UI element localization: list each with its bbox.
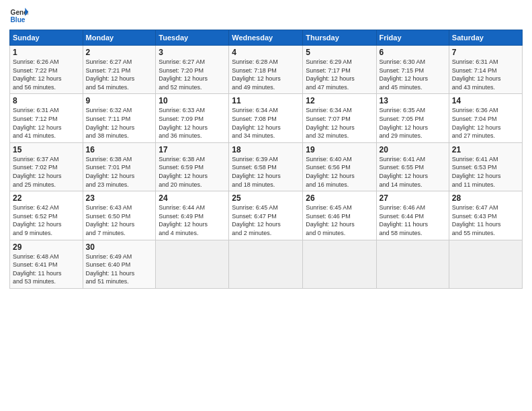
calendar-cell: 15Sunrise: 6:37 AM Sunset: 7:02 PM Dayli… — [10, 142, 83, 191]
calendar-cell: 14Sunrise: 6:36 AM Sunset: 7:04 PM Dayli… — [449, 94, 522, 142]
calendar-cell: 4Sunrise: 6:28 AM Sunset: 7:18 PM Daylig… — [229, 46, 303, 94]
day-number: 7 — [452, 48, 519, 57]
calendar-cell: 17Sunrise: 6:38 AM Sunset: 6:59 PM Dayli… — [156, 142, 229, 191]
day-number: 20 — [380, 145, 446, 154]
day-number: 29 — [13, 242, 80, 252]
column-header-sunday: Sunday — [10, 30, 83, 46]
day-info: Sunrise: 6:39 AM Sunset: 6:58 PM Dayligh… — [232, 155, 300, 189]
column-header-friday: Friday — [376, 30, 449, 46]
svg-text:Blue: Blue — [11, 16, 26, 24]
logo-icon: General Blue — [9, 7, 28, 26]
calendar-cell: 8Sunrise: 6:31 AM Sunset: 7:12 PM Daylig… — [10, 94, 83, 142]
page-container: General Blue SundayMondayTuesdayWednesda… — [0, 0, 532, 294]
calendar-week-2: 8Sunrise: 6:31 AM Sunset: 7:12 PM Daylig… — [10, 94, 523, 142]
calendar-week-5: 29Sunrise: 6:48 AM Sunset: 6:41 PM Dayli… — [10, 240, 523, 288]
day-number: 5 — [306, 48, 373, 57]
calendar-cell: 18Sunrise: 6:39 AM Sunset: 6:58 PM Dayli… — [229, 142, 303, 191]
day-number: 25 — [232, 193, 300, 203]
day-number: 22 — [13, 193, 80, 203]
day-info: Sunrise: 6:34 AM Sunset: 7:08 PM Dayligh… — [232, 106, 300, 140]
calendar-cell: 30Sunrise: 6:49 AM Sunset: 6:40 PM Dayli… — [83, 240, 156, 288]
day-info: Sunrise: 6:36 AM Sunset: 7:04 PM Dayligh… — [452, 106, 519, 140]
day-number: 3 — [159, 48, 226, 57]
day-number: 27 — [380, 193, 446, 203]
day-number: 14 — [452, 96, 519, 105]
day-info: Sunrise: 6:26 AM Sunset: 7:22 PM Dayligh… — [13, 58, 80, 91]
day-number: 24 — [159, 193, 226, 203]
day-number: 1 — [13, 48, 80, 57]
day-info: Sunrise: 6:32 AM Sunset: 7:11 PM Dayligh… — [86, 106, 153, 140]
day-info: Sunrise: 6:38 AM Sunset: 6:59 PM Dayligh… — [159, 155, 226, 189]
day-number: 11 — [232, 96, 300, 105]
day-info: Sunrise: 6:34 AM Sunset: 7:07 PM Dayligh… — [306, 106, 373, 140]
day-info: Sunrise: 6:35 AM Sunset: 7:05 PM Dayligh… — [380, 106, 446, 140]
day-number: 28 — [452, 193, 519, 203]
calendar-cell: 25Sunrise: 6:45 AM Sunset: 6:47 PM Dayli… — [229, 191, 303, 240]
day-number: 26 — [306, 193, 373, 203]
calendar-cell: 23Sunrise: 6:43 AM Sunset: 6:50 PM Dayli… — [83, 191, 156, 240]
day-number: 15 — [13, 145, 80, 154]
day-info: Sunrise: 6:47 AM Sunset: 6:43 PM Dayligh… — [452, 203, 519, 237]
calendar-cell: 10Sunrise: 6:33 AM Sunset: 7:09 PM Dayli… — [156, 94, 229, 142]
day-number: 23 — [86, 193, 153, 203]
calendar-week-4: 22Sunrise: 6:42 AM Sunset: 6:52 PM Dayli… — [10, 191, 523, 240]
column-header-tuesday: Tuesday — [156, 30, 229, 46]
calendar-cell: 5Sunrise: 6:29 AM Sunset: 7:17 PM Daylig… — [303, 46, 376, 94]
calendar-cell: 9Sunrise: 6:32 AM Sunset: 7:11 PM Daylig… — [83, 94, 156, 142]
day-info: Sunrise: 6:29 AM Sunset: 7:17 PM Dayligh… — [306, 58, 373, 91]
calendar-cell: 27Sunrise: 6:46 AM Sunset: 6:44 PM Dayli… — [376, 191, 449, 240]
day-info: Sunrise: 6:30 AM Sunset: 7:15 PM Dayligh… — [380, 58, 446, 91]
day-info: Sunrise: 6:49 AM Sunset: 6:40 PM Dayligh… — [86, 253, 153, 286]
day-info: Sunrise: 6:43 AM Sunset: 6:50 PM Dayligh… — [86, 203, 153, 237]
calendar-cell — [449, 240, 522, 288]
day-info: Sunrise: 6:27 AM Sunset: 7:21 PM Dayligh… — [86, 58, 153, 91]
day-number: 18 — [232, 145, 300, 154]
calendar-cell — [376, 240, 449, 288]
day-info: Sunrise: 6:40 AM Sunset: 6:56 PM Dayligh… — [306, 155, 373, 189]
day-info: Sunrise: 6:41 AM Sunset: 6:53 PM Dayligh… — [452, 155, 519, 189]
calendar-cell: 6Sunrise: 6:30 AM Sunset: 7:15 PM Daylig… — [376, 46, 449, 94]
day-number: 10 — [159, 96, 226, 105]
day-info: Sunrise: 6:31 AM Sunset: 7:14 PM Dayligh… — [452, 58, 519, 91]
calendar-cell: 1Sunrise: 6:26 AM Sunset: 7:22 PM Daylig… — [10, 46, 83, 94]
day-number: 9 — [86, 96, 153, 105]
calendar-week-3: 15Sunrise: 6:37 AM Sunset: 7:02 PM Dayli… — [10, 142, 523, 191]
calendar-table: SundayMondayTuesdayWednesdayThursdayFrid… — [9, 30, 523, 289]
day-number: 2 — [86, 48, 153, 57]
day-info: Sunrise: 6:48 AM Sunset: 6:41 PM Dayligh… — [13, 253, 80, 286]
calendar-cell: 20Sunrise: 6:41 AM Sunset: 6:55 PM Dayli… — [376, 142, 449, 191]
calendar-cell — [303, 240, 376, 288]
calendar-cell: 11Sunrise: 6:34 AM Sunset: 7:08 PM Dayli… — [229, 94, 303, 142]
day-info: Sunrise: 6:37 AM Sunset: 7:02 PM Dayligh… — [13, 155, 80, 189]
calendar-cell: 2Sunrise: 6:27 AM Sunset: 7:21 PM Daylig… — [83, 46, 156, 94]
calendar-cell: 21Sunrise: 6:41 AM Sunset: 6:53 PM Dayli… — [449, 142, 522, 191]
calendar-week-1: 1Sunrise: 6:26 AM Sunset: 7:22 PM Daylig… — [10, 46, 523, 94]
day-info: Sunrise: 6:33 AM Sunset: 7:09 PM Dayligh… — [159, 106, 226, 140]
column-header-saturday: Saturday — [449, 30, 522, 46]
calendar-cell — [156, 240, 229, 288]
calendar-cell: 12Sunrise: 6:34 AM Sunset: 7:07 PM Dayli… — [303, 94, 376, 142]
column-header-monday: Monday — [83, 30, 156, 46]
header: General Blue — [9, 7, 523, 26]
day-number: 6 — [380, 48, 446, 57]
day-info: Sunrise: 6:41 AM Sunset: 6:55 PM Dayligh… — [380, 155, 446, 189]
calendar-cell: 19Sunrise: 6:40 AM Sunset: 6:56 PM Dayli… — [303, 142, 376, 191]
calendar-cell: 13Sunrise: 6:35 AM Sunset: 7:05 PM Dayli… — [376, 94, 449, 142]
day-number: 17 — [159, 145, 226, 154]
calendar-header-row: SundayMondayTuesdayWednesdayThursdayFrid… — [10, 30, 523, 46]
day-number: 19 — [306, 145, 373, 154]
day-info: Sunrise: 6:38 AM Sunset: 7:01 PM Dayligh… — [86, 155, 153, 189]
day-info: Sunrise: 6:28 AM Sunset: 7:18 PM Dayligh… — [232, 58, 300, 91]
calendar-cell: 16Sunrise: 6:38 AM Sunset: 7:01 PM Dayli… — [83, 142, 156, 191]
day-info: Sunrise: 6:42 AM Sunset: 6:52 PM Dayligh… — [13, 203, 80, 237]
day-number: 21 — [452, 145, 519, 154]
calendar-cell: 29Sunrise: 6:48 AM Sunset: 6:41 PM Dayli… — [10, 240, 83, 288]
day-number: 8 — [13, 96, 80, 105]
calendar-cell — [229, 240, 303, 288]
calendar-cell: 3Sunrise: 6:27 AM Sunset: 7:20 PM Daylig… — [156, 46, 229, 94]
day-info: Sunrise: 6:45 AM Sunset: 6:47 PM Dayligh… — [232, 203, 300, 237]
column-header-wednesday: Wednesday — [229, 30, 303, 46]
calendar-cell: 24Sunrise: 6:44 AM Sunset: 6:49 PM Dayli… — [156, 191, 229, 240]
calendar-cell: 26Sunrise: 6:45 AM Sunset: 6:46 PM Dayli… — [303, 191, 376, 240]
day-number: 30 — [86, 242, 153, 252]
